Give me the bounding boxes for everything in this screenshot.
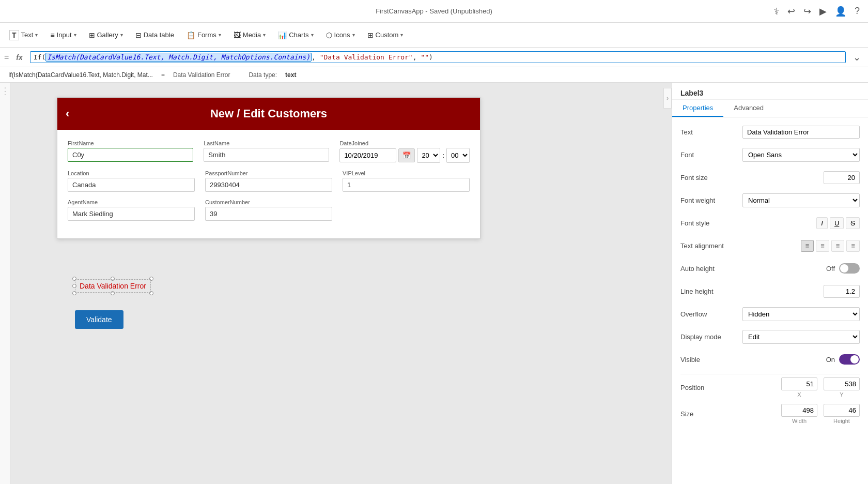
size-width-input[interactable]: [781, 404, 817, 417]
field-customernumber: CustomerNumber: [205, 199, 332, 221]
gallery-dropdown-icon: ▾: [120, 32, 123, 38]
help-icon[interactable]: ?: [855, 6, 860, 17]
datatable-icon: ⊟: [135, 31, 142, 39]
calendar-icon[interactable]: 📅: [398, 148, 415, 162]
font-style-buttons: I U S: [742, 217, 860, 229]
custom-dropdown-icon: ▾: [400, 32, 403, 38]
component-name: Label3: [672, 83, 868, 100]
prop-font-select[interactable]: Open Sans Arial Segoe UI: [742, 148, 860, 162]
prop-lineheight-input[interactable]: [824, 285, 860, 298]
minute-select[interactable]: 00: [446, 148, 470, 163]
date-row: 📅 20 : 00: [339, 148, 470, 163]
position-x-input[interactable]: [781, 377, 817, 390]
align-right-button[interactable]: ≡: [831, 240, 845, 252]
right-panel-tabs: Properties Advanced: [672, 100, 868, 117]
field-viplevel: VIPLevel: [343, 170, 470, 192]
toolbar-input-label: Input: [57, 31, 72, 39]
custom-icon: ⊞: [367, 31, 374, 39]
label-lastname: LastName: [204, 140, 329, 146]
formula-bar: = fx If( IsMatch(DataCardValue16.Text, M…: [0, 48, 868, 67]
font-underline-button[interactable]: U: [830, 217, 844, 229]
toolbar-forms[interactable]: 📋 Forms ▾: [181, 29, 226, 41]
toolbar-media[interactable]: 🖼 Media ▾: [228, 29, 271, 41]
input-customernumber[interactable]: [205, 207, 332, 221]
prop-font-label: Font: [680, 151, 742, 159]
input-location[interactable]: [68, 178, 195, 192]
icons-icon: ⬡: [326, 31, 332, 39]
toolbar-icons[interactable]: ⬡ Icons ▾: [321, 29, 360, 41]
autoheight-toggle[interactable]: [839, 263, 860, 274]
field-placeholder: [343, 199, 470, 221]
visible-on-label: On: [826, 356, 835, 364]
back-button[interactable]: ‹: [66, 107, 69, 120]
equals-icon: =: [4, 53, 9, 62]
align-center-button[interactable]: ≡: [816, 240, 829, 252]
prop-fontsize-label: Font size: [680, 174, 742, 182]
formula-suffix: ,: [312, 53, 320, 61]
tab-advanced[interactable]: Advanced: [723, 100, 774, 117]
account-icon[interactable]: 👤: [835, 6, 846, 17]
formula-comma: ,: [413, 53, 421, 61]
validation-label-wrapper[interactable]: Data Validation Error: [75, 279, 151, 293]
size-height-input[interactable]: [824, 404, 860, 417]
date-input[interactable]: [339, 148, 396, 162]
toolbar-gallery[interactable]: ⊞ Gallery ▾: [84, 29, 128, 41]
formula-dropdown-icon[interactable]: ⌄: [850, 52, 864, 63]
align-justify-button[interactable]: ≡: [846, 240, 860, 252]
font-strikethrough-button[interactable]: S: [846, 217, 860, 229]
field-location: Location: [68, 170, 195, 192]
prop-size-label: Size: [680, 410, 742, 418]
undo-icon[interactable]: ↩: [787, 6, 795, 17]
forms-dropdown-icon: ▾: [219, 32, 221, 38]
input-passportnumber[interactable]: [205, 178, 332, 192]
font-italic-button[interactable]: I: [816, 217, 828, 229]
right-panel-collapse-button[interactable]: ›: [663, 88, 672, 109]
charts-dropdown-icon: ▾: [311, 32, 314, 38]
tab-properties[interactable]: Properties: [672, 100, 723, 117]
visible-toggle-wrapper: On: [826, 354, 860, 365]
toolbar-custom[interactable]: ⊞ Custom ▾: [362, 29, 409, 41]
size-inputs: Width Height: [742, 404, 860, 424]
toolbar-datatable[interactable]: ⊟ Data table: [130, 29, 179, 41]
align-left-button[interactable]: ≡: [801, 240, 814, 252]
prop-fontstyle: Font style I U S: [680, 215, 860, 231]
media-icon: 🖼: [234, 31, 241, 39]
validate-button[interactable]: Validate: [75, 310, 123, 329]
forms-icon: 📋: [187, 31, 195, 39]
prop-fontweight-select[interactable]: Normal Bold Lighter: [742, 193, 860, 207]
prop-fontsize-input[interactable]: [824, 171, 860, 184]
toolbar-charts[interactable]: 📊 Charts ▾: [273, 29, 318, 41]
hour-select[interactable]: 20: [417, 148, 440, 163]
toolbar-text[interactable]: T Text ▾: [4, 28, 43, 42]
formula-highlight: IsMatch(DataCardValue16.Text, Match.Digi…: [45, 53, 312, 62]
formula-input[interactable]: If( IsMatch(DataCardValue16.Text, Match.…: [30, 51, 846, 63]
input-viplevel[interactable]: [343, 178, 470, 192]
toolbar-datatable-label: Data table: [144, 31, 174, 39]
health-icon[interactable]: ⚕: [774, 6, 779, 17]
toolbar-input[interactable]: ≡ Input ▾: [45, 29, 81, 41]
label-location: Location: [68, 170, 195, 176]
prop-displaymode-select[interactable]: Edit View Disabled: [742, 330, 860, 344]
prop-text-label: Text: [680, 128, 742, 136]
input-firstname[interactable]: [68, 148, 193, 162]
top-bar-icons: ⚕ ↩ ↪ ▶ 👤 ?: [774, 6, 860, 17]
text-dropdown-icon: ▾: [35, 32, 38, 38]
formula-string1: "Data Validation Error": [320, 53, 413, 61]
position-x-label: X: [797, 391, 801, 398]
autoheight-off-label: Off: [826, 265, 835, 273]
canvas-area[interactable]: ‹ New / Edit Customers FirstName LastNam…: [10, 83, 672, 484]
prop-text-input[interactable]: [742, 126, 860, 139]
size-width-wrap: Width: [781, 404, 817, 424]
main-layout: ··· ‹ New / Edit Customers FirstName Las…: [0, 83, 868, 484]
position-y-input[interactable]: [824, 377, 860, 390]
redo-icon[interactable]: ↪: [803, 6, 811, 17]
input-lastname[interactable]: [204, 148, 329, 162]
prop-overflow-select[interactable]: Hidden Scroll Visible: [742, 307, 860, 321]
prop-textalignment-label: Text alignment: [680, 242, 742, 250]
play-icon[interactable]: ▶: [819, 6, 827, 17]
autoheight-slider: [839, 263, 860, 274]
formula-hint-bar: If(IsMatch(DataCardValue16.Text, Match.D…: [0, 67, 868, 83]
visible-toggle[interactable]: [839, 354, 860, 365]
input-agentname[interactable]: [68, 207, 195, 221]
sidebar-dots: ···: [1, 87, 10, 97]
